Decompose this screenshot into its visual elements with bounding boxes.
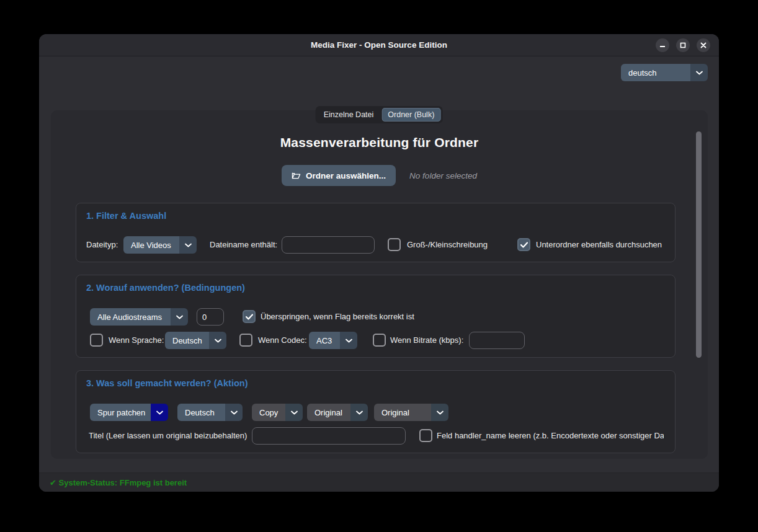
include-subfolders-label: Unterordner ebenfalls durchsuchen [536, 236, 662, 254]
maximize-icon [680, 42, 686, 48]
chevron-down-icon [171, 308, 188, 326]
chevron-down-icon [209, 332, 226, 349]
language-select-value: deutsch [621, 64, 690, 81]
action-channels-select-value: Original [374, 404, 431, 421]
chevron-down-icon [690, 64, 708, 81]
chevron-down-icon [431, 404, 448, 421]
skip-if-correct-label: Überspringen, wenn Flag bereits korrekt … [261, 308, 414, 326]
window-title: Media Fixer - Open Source Edition [311, 40, 447, 50]
action-channels-select[interactable]: Original [374, 404, 448, 421]
condition-codec-label: Wenn Codec: [258, 332, 307, 349]
window-controls [656, 38, 710, 52]
clear-handler-name-checkbox[interactable] [419, 429, 432, 442]
close-button[interactable] [697, 38, 710, 52]
titlebar: Media Fixer - Open Source Edition [39, 34, 719, 56]
action-bitrate-select-value: Original [307, 404, 350, 421]
condition-bitrate-checkbox[interactable] [373, 334, 386, 347]
action-language-select-value: Deutsch [177, 404, 225, 421]
condition-codec-select-value: AC3 [309, 332, 340, 349]
action-language-select[interactable]: Deutsch [177, 404, 243, 421]
section-filter: 1. Filter & Auswahl Dateityp: Alle Video… [76, 203, 676, 262]
folder-status-text: No folder selected [409, 171, 477, 180]
action-codec-select[interactable]: Copy [252, 404, 303, 421]
condition-language-select[interactable]: Deutsch [165, 332, 226, 349]
condition-language-checkbox[interactable] [90, 334, 103, 347]
chevron-down-icon [179, 236, 197, 254]
tab-single-file[interactable]: Einzelne Datei [318, 108, 380, 122]
section-filter-title: 1. Filter & Auswahl [86, 211, 166, 221]
section-conditions-title: 2. Worauf anwenden? (Bedingungen) [86, 283, 245, 293]
include-subfolders-checkbox[interactable] [517, 238, 530, 251]
stream-scope-select-value: Alle Audiostreams [90, 308, 171, 326]
filetype-select[interactable]: Alle Videos [123, 236, 197, 254]
filename-contains-input[interactable] [282, 236, 375, 254]
chevron-down-icon [350, 404, 368, 421]
title-field-label: Titel (Leer lassen um original beizubeha… [89, 427, 247, 445]
section-action: 3. Was soll gemacht werden? (Aktion) Spu… [76, 370, 676, 453]
action-bitrate-select[interactable]: Original [307, 404, 368, 421]
condition-codec-select[interactable]: AC3 [309, 332, 357, 349]
close-icon [700, 42, 707, 48]
mode-tabs: Einzelne Datei Ordner (Bulk) [316, 106, 443, 123]
stream-index-input[interactable] [197, 308, 224, 326]
chevron-down-icon [225, 404, 243, 421]
case-sensitive-label: Groß-/Kleinschreibung [407, 236, 488, 254]
skip-if-correct-checkbox[interactable] [243, 310, 256, 323]
folder-select-row: Ordner auswählen... No folder selected [51, 165, 708, 186]
language-select[interactable]: deutsch [621, 64, 708, 81]
page-title: Massenverarbeitung für Ordner [51, 135, 708, 150]
condition-bitrate-label: Wenn Bitrate (kbps): [390, 332, 463, 349]
chevron-down-icon [151, 404, 168, 421]
check-icon [246, 314, 253, 320]
condition-bitrate-input[interactable] [469, 332, 525, 349]
status-bar: ✔ System-Status: FFmpeg ist bereit [39, 472, 719, 492]
case-sensitive-checkbox[interactable] [388, 238, 401, 251]
check-icon [520, 242, 528, 248]
filetype-label: Dateityp: [86, 236, 118, 254]
select-folder-button[interactable]: Ordner auswählen... [282, 165, 396, 186]
clear-handler-name-label: Feld handler_name leeren (z.b. Encoderte… [437, 427, 664, 445]
filename-contains-label: Dateiname enthält: [210, 236, 277, 254]
action-type-select-value: Spur patchen [90, 404, 151, 421]
title-field-input[interactable] [252, 427, 406, 445]
select-folder-button-label: Ordner auswählen... [306, 171, 386, 180]
section-action-title: 3. Was soll gemacht werden? (Aktion) [86, 378, 248, 388]
minimize-icon [659, 42, 666, 48]
chevron-down-icon [285, 404, 303, 421]
scrollbar-thumb[interactable] [696, 131, 702, 358]
action-type-select[interactable]: Spur patchen [90, 404, 168, 421]
condition-codec-checkbox[interactable] [239, 334, 252, 347]
minimize-button[interactable] [656, 38, 669, 52]
section-conditions: 2. Worauf anwenden? (Bedingungen) Alle A… [76, 275, 676, 358]
action-codec-select-value: Copy [252, 404, 285, 421]
maximize-button[interactable] [676, 38, 690, 52]
chevron-down-icon [340, 332, 357, 349]
stream-scope-select[interactable]: Alle Audiostreams [90, 308, 188, 326]
bulk-panel: Massenverarbeitung für Ordner Ordner aus… [51, 110, 708, 459]
system-status-text: ✔ System-Status: FFmpeg ist bereit [50, 478, 187, 487]
condition-language-select-value: Deutsch [165, 332, 209, 349]
folder-icon [292, 171, 301, 180]
tab-folder-bulk[interactable]: Ordner (Bulk) [381, 108, 440, 122]
filetype-select-value: Alle Videos [123, 236, 179, 254]
app-window: Media Fixer - Open Source Edition deutsc… [39, 34, 719, 492]
condition-language-label: Wenn Sprache: [109, 332, 164, 349]
